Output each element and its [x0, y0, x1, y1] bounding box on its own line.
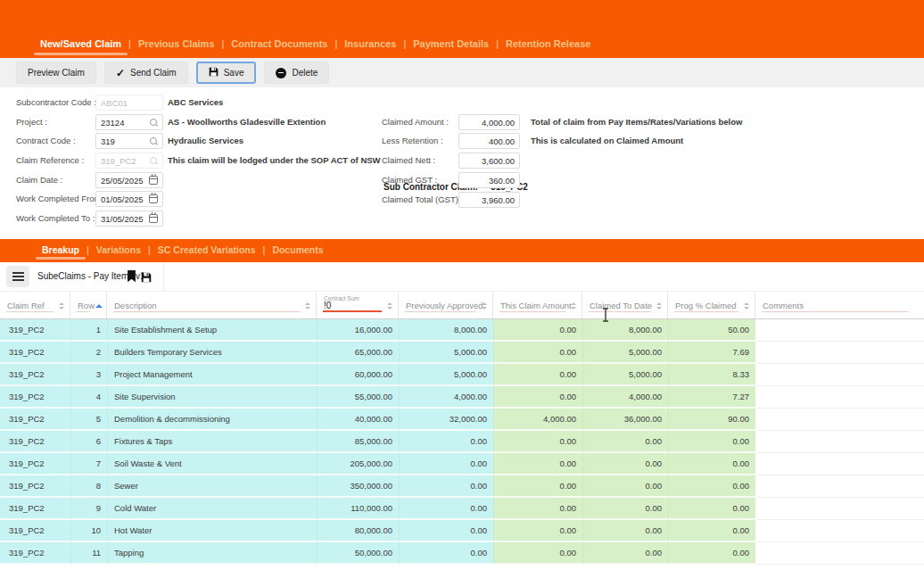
cell-previously_approved[interactable]: 32,000.00 — [399, 409, 493, 431]
cell-contract_sum[interactable]: 60,000.00 — [317, 364, 399, 386]
cell-comments[interactable] — [755, 453, 924, 475]
cell-claim_ref[interactable]: 319_PC2 — [0, 542, 70, 565]
cell-previously_approved[interactable]: 5,000.00 — [399, 342, 493, 364]
cell-row[interactable]: 10 — [70, 520, 107, 542]
column-header-row[interactable]: Row — [70, 292, 107, 318]
cell-this_claim[interactable]: 0.00 — [493, 453, 582, 475]
sort-icon[interactable] — [482, 302, 488, 310]
cell-this_claim[interactable]: 0.00 — [493, 342, 582, 364]
cell-this_claim[interactable]: 4,000.00 — [493, 409, 582, 431]
cell-claimed_to_date[interactable]: 0.00 — [582, 498, 668, 520]
tab-previous-claims[interactable]: Previous Claims — [138, 38, 215, 49]
cell-comments[interactable] — [755, 409, 924, 431]
cell-row[interactable]: 3 — [70, 364, 107, 386]
cell-comments[interactable] — [755, 431, 924, 453]
cell-prog_claimed[interactable]: 7.69 — [668, 342, 755, 364]
cell-this_claim[interactable]: 0.00 — [493, 475, 582, 498]
cell-this_claim[interactable]: 0.00 — [493, 520, 582, 542]
column-header-claim_ref[interactable]: Claim Ref — [0, 292, 70, 318]
cell-claimed_to_date[interactable]: 0.00 — [582, 475, 668, 498]
cell-this_claim[interactable]: 0.00 — [493, 319, 582, 342]
cell-contract_sum[interactable]: 80,000.00 — [317, 520, 399, 542]
cell-contract_sum[interactable]: 85,000.00 — [317, 431, 399, 453]
cell-description[interactable]: Builders Temporary Services — [107, 342, 317, 364]
cell-previously_approved[interactable]: 0.00 — [399, 475, 493, 498]
sort-icon[interactable] — [305, 302, 311, 310]
cell-description[interactable]: Cold Water — [107, 498, 317, 520]
cell-prog_claimed[interactable]: 0.00 — [668, 498, 755, 520]
tab-payment-details[interactable]: Payment Details — [413, 38, 489, 49]
work-completed-to-input[interactable]: 31/05/2025 — [95, 211, 163, 227]
cell-claimed_to_date[interactable]: 5,000.00 — [582, 364, 668, 386]
cell-claim_ref[interactable]: 319_PC2 — [0, 453, 70, 475]
cell-previously_approved[interactable]: 0.00 — [399, 431, 493, 453]
cell-comments[interactable] — [755, 542, 924, 565]
cell-claim_ref[interactable]: 319_PC2 — [0, 475, 70, 498]
cell-description[interactable]: Project Management — [107, 364, 317, 386]
cell-previously_approved[interactable]: 0.00 — [399, 520, 493, 542]
tab-insurances[interactable]: Insurances — [344, 38, 396, 49]
cell-claimed_to_date[interactable]: 0.00 — [582, 520, 668, 542]
cell-previously_approved[interactable]: 0.00 — [399, 498, 493, 520]
cell-claim_ref[interactable]: 319_PC2 — [0, 409, 70, 431]
cell-contract_sum[interactable]: 55,000.00 — [317, 386, 399, 409]
cell-row[interactable]: 8 — [70, 475, 107, 498]
cell-this_claim[interactable]: 0.00 — [493, 431, 582, 453]
cell-prog_claimed[interactable]: 0.00 — [668, 475, 755, 498]
column-header-claimed_to_date[interactable]: Claimed To Date — [582, 292, 668, 318]
sort-icon[interactable] — [744, 302, 750, 310]
delete-button[interactable]: Delete — [264, 62, 329, 84]
cell-contract_sum[interactable]: 50,000.00 — [317, 542, 399, 565]
cell-prog_claimed[interactable]: 0.00 — [668, 542, 755, 565]
cell-comments[interactable] — [755, 319, 924, 342]
cell-claimed_to_date[interactable]: 0.00 — [582, 453, 668, 475]
cell-description[interactable]: Sewer — [107, 475, 317, 498]
cell-previously_approved[interactable]: 0.00 — [399, 453, 493, 475]
claimed-amount-input[interactable]: 4,000.00 — [458, 114, 520, 130]
cell-claim_ref[interactable]: 319_PC2 — [0, 498, 70, 520]
cell-prog_claimed[interactable]: 7.27 — [668, 386, 755, 409]
cell-claim_ref[interactable]: 319_PC2 — [0, 431, 70, 453]
cell-claimed_to_date[interactable]: 4,000.00 — [582, 386, 668, 409]
calendar-icon[interactable] — [149, 214, 158, 223]
floppy-disk-icon[interactable] — [141, 270, 152, 286]
cell-description[interactable]: Site Establishment & Setup — [107, 319, 317, 342]
cell-comments[interactable] — [755, 386, 924, 409]
tab-retention-release[interactable]: Retention Release — [506, 38, 590, 49]
hamburger-menu-button[interactable] — [6, 266, 29, 287]
column-header-comments[interactable]: Comments — [755, 292, 924, 318]
claimed-gst-input[interactable]: 360.00 — [458, 172, 520, 188]
cell-row[interactable]: 6 — [70, 431, 107, 453]
cell-prog_claimed[interactable]: 50.00 — [668, 319, 755, 342]
cell-row[interactable]: 9 — [70, 498, 107, 520]
cell-previously_approved[interactable]: 5,000.00 — [399, 364, 493, 386]
cell-row[interactable]: 4 — [70, 386, 107, 409]
less-retention-input[interactable]: 400.00 — [458, 133, 520, 149]
cell-description[interactable]: Fixtures & Taps — [107, 431, 317, 453]
cell-description[interactable]: Demolition & decommissioning — [107, 409, 317, 431]
cell-prog_claimed[interactable]: 0.00 — [668, 520, 755, 542]
cell-contract_sum[interactable]: 205,000.00 — [317, 453, 399, 475]
cell-claim_ref[interactable]: 319_PC2 — [0, 342, 70, 364]
cell-row[interactable]: 5 — [70, 409, 107, 431]
tab-contract-documents[interactable]: Contract Documents — [231, 38, 327, 49]
cell-claim_ref[interactable]: 319_PC2 — [0, 364, 70, 386]
cell-contract_sum[interactable]: 65,000.00 — [317, 342, 399, 364]
cell-row[interactable]: 11 — [70, 542, 107, 565]
cell-comments[interactable] — [755, 475, 924, 498]
sort-ascending-icon[interactable] — [95, 302, 102, 310]
cell-contract_sum[interactable]: 16,000.00 — [317, 319, 399, 342]
cell-this_claim[interactable]: 0.00 — [493, 364, 582, 386]
cell-comments[interactable] — [755, 498, 924, 520]
cell-claimed_to_date[interactable]: 36,000.00 — [582, 409, 668, 431]
cell-this_claim[interactable]: 0.00 — [493, 498, 582, 520]
tab-sc-created-variations[interactable]: SC Created Variations — [158, 244, 256, 255]
column-header-contract_sum[interactable]: Contract Sum!0 — [317, 292, 399, 318]
column-header-prog_claimed[interactable]: Prog % Claimed — [668, 292, 755, 318]
column-header-previously_approved[interactable]: Previously Approved — [399, 292, 493, 318]
cell-claimed_to_date[interactable]: 8,000.00 — [582, 319, 668, 342]
tab-new-saved-claim[interactable]: New/Saved Claim — [40, 38, 121, 49]
cell-this_claim[interactable]: 0.00 — [493, 386, 582, 409]
cell-previously_approved[interactable]: 0.00 — [399, 542, 493, 565]
cell-contract_sum[interactable]: 110,000.00 — [317, 498, 399, 520]
